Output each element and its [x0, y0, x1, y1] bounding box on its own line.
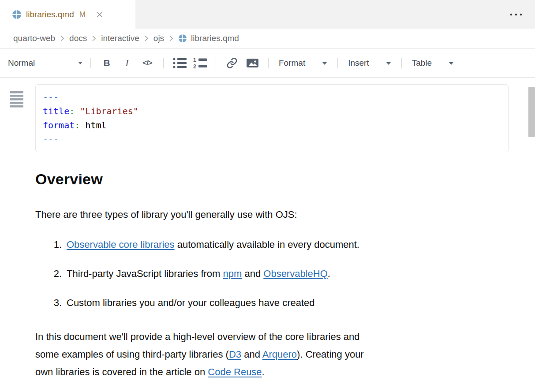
- paragraph-line: some examples of using third-party libra…: [35, 346, 509, 363]
- visual-editor-content[interactable]: --- title: "Libraries" format: html --- …: [0, 84, 535, 392]
- numbered-list-button[interactable]: 1 2: [190, 57, 210, 69]
- italic-button[interactable]: I: [117, 57, 137, 69]
- breadcrumb: quarto-web docs interactive ojs librarie…: [0, 29, 535, 49]
- section-heading[interactable]: Overview: [35, 171, 509, 188]
- caret-down-icon: [322, 62, 327, 65]
- inline-code-button[interactable]: </>: [137, 59, 157, 67]
- chevron-right-icon: [169, 35, 173, 42]
- bold-button[interactable]: B: [97, 58, 117, 68]
- caret-down-icon: [78, 61, 83, 65]
- list-item-number: 1.: [44, 238, 67, 251]
- table-menu-label: Table: [412, 58, 432, 68]
- chevron-right-icon: [92, 35, 96, 42]
- chevron-right-icon: [144, 35, 149, 42]
- link-code-reuse[interactable]: Code Reuse: [208, 366, 262, 377]
- yaml-front-matter-block[interactable]: --- title: "Libraries" format: html ---: [35, 84, 509, 152]
- intro-paragraph[interactable]: There are three types of library you'll …: [35, 208, 509, 221]
- insert-link-button[interactable]: [222, 57, 242, 69]
- list-item[interactable]: 2. Third-party JavaScript libraries from…: [35, 267, 509, 280]
- link-observable-core-libraries[interactable]: Observable core libraries: [67, 239, 175, 250]
- vertical-scrollbar-thumb[interactable]: [528, 87, 535, 137]
- caret-down-icon: [449, 62, 454, 65]
- formatting-toolbar: Normal B I </> 1 2 Fo: [0, 49, 535, 78]
- toolbar-separator: [90, 58, 91, 68]
- svg-text:2: 2: [193, 63, 196, 69]
- breadcrumb-item-interactive[interactable]: interactive: [101, 34, 139, 43]
- toolbar-separator: [163, 58, 164, 68]
- link-observablehq[interactable]: ObservableHQ: [263, 268, 328, 279]
- toolbar-separator: [216, 58, 216, 68]
- block-drag-handle-icon[interactable]: [10, 91, 23, 108]
- paragraph-line: own libraries is covered in the article …: [35, 363, 509, 381]
- breadcrumb-item-quarto-web[interactable]: quarto-web: [13, 34, 55, 43]
- svg-text:1: 1: [193, 57, 196, 63]
- list-item-number: 3.: [44, 296, 67, 310]
- close-tab-icon[interactable]: [96, 11, 103, 18]
- link-arquero[interactable]: Arquero: [262, 349, 297, 360]
- list-item-number: 2.: [44, 267, 67, 280]
- format-menu[interactable]: Format: [274, 58, 332, 68]
- caret-down-icon: [386, 62, 391, 65]
- chevron-right-icon: [60, 35, 64, 42]
- yaml-delimiter: ---: [43, 90, 501, 104]
- breadcrumb-item-docs[interactable]: docs: [69, 34, 87, 43]
- toolbar-separator: [401, 58, 402, 68]
- list-item-text: Observable core libraries automatically …: [67, 238, 359, 251]
- paragraph-style-dropdown[interactable]: Normal: [6, 56, 85, 70]
- insert-menu[interactable]: Insert: [344, 58, 396, 68]
- quarto-file-icon: [12, 10, 22, 19]
- tab-libraries-qmd[interactable]: libraries.qmd M: [0, 0, 135, 29]
- list-item-text: Third-party JavaScript libraries from np…: [67, 267, 330, 280]
- table-menu[interactable]: Table: [408, 58, 458, 68]
- breadcrumb-item-ojs[interactable]: ojs: [153, 34, 164, 43]
- closing-paragraph[interactable]: In this document we'll provide a high-le…: [35, 328, 509, 381]
- toolbar-separator: [268, 58, 269, 68]
- bulleted-list-button[interactable]: [169, 57, 190, 69]
- yaml-entry-title: title: "Libraries": [43, 104, 501, 118]
- list-item-text: Custom libraries you and/or your colleag…: [67, 296, 315, 310]
- yaml-delimiter: ---: [43, 132, 501, 146]
- link-npm[interactable]: npm: [223, 268, 242, 279]
- editor-tab-bar: libraries.qmd M: [0, 0, 535, 29]
- paragraph-line: In this document we'll provide a high-le…: [35, 328, 509, 346]
- link-d3[interactable]: D3: [229, 349, 241, 360]
- toolbar-separator: [337, 58, 338, 68]
- insert-menu-label: Insert: [348, 58, 369, 68]
- yaml-entry-format: format: html: [43, 118, 501, 132]
- ordered-list: 1. Observable core libraries automatical…: [35, 238, 509, 310]
- more-actions-icon[interactable]: [509, 0, 535, 29]
- format-menu-label: Format: [279, 58, 305, 68]
- list-item[interactable]: 3. Custom libraries you and/or your coll…: [35, 296, 509, 310]
- quarto-file-icon: [178, 34, 187, 43]
- insert-image-button[interactable]: [242, 58, 262, 68]
- breadcrumb-file-label: libraries.qmd: [191, 34, 239, 43]
- breadcrumb-item-file[interactable]: libraries.qmd: [178, 34, 239, 43]
- tab-bar-spacer: [135, 0, 509, 29]
- tab-title: libraries.qmd: [26, 10, 74, 19]
- modified-badge: M: [79, 10, 86, 19]
- paragraph-style-value: Normal: [8, 58, 35, 68]
- list-item[interactable]: 1. Observable core libraries automatical…: [35, 238, 509, 251]
